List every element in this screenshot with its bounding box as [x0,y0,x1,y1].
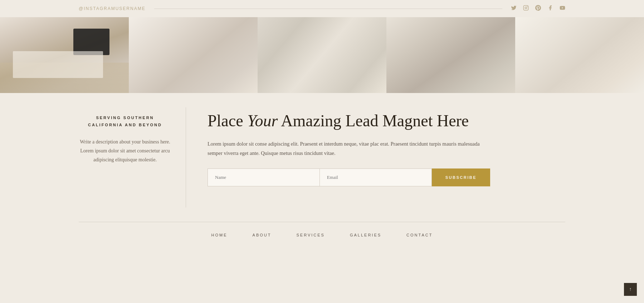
nav-galleries[interactable]: GALLERIES [350,233,381,237]
lead-magnet-title-plain: Place [208,112,247,130]
top-divider [154,9,502,9]
social-icons [511,5,565,12]
scroll-top-arrow: ↑ [629,287,632,292]
photo-strip [0,17,644,93]
pinterest-icon[interactable] [535,5,541,12]
nav-services[interactable]: SERVICES [296,233,325,237]
lead-magnet-title-rest: Amazing Lead Magnet Here [278,112,469,130]
left-panel: SERVING SOUTHERNCALIFORNIA AND BEYOND Wr… [79,107,186,207]
name-input[interactable] [208,168,319,186]
photo-desk-books [515,17,644,93]
nav-contact[interactable]: CONTACT [406,233,433,237]
instagram-icon[interactable] [523,5,529,12]
content-section: SERVING SOUTHERNCALIFORNIA AND BEYOND Wr… [0,107,644,207]
facebook-icon[interactable] [547,5,553,12]
svg-point-2 [527,6,528,7]
top-bar: @INSTAGRAMUSERNAME [0,0,644,17]
footer-nav: HOME ABOUT SERVICES GALLERIES CONTACT [0,222,644,244]
svg-rect-0 [523,5,528,10]
photo-desk-workspace [0,17,129,93]
lead-magnet-title: Place Your Amazing Lead Magnet Here [208,111,565,131]
photo-hat-wine [129,17,258,93]
email-input[interactable] [319,168,432,186]
photo-woman-coffee [386,17,515,93]
scroll-to-top-button[interactable]: ↑ [624,283,637,296]
photo-notebook-glasses [258,17,386,93]
subscribe-form: SUBSCRIBE [208,168,490,186]
location-title: SERVING SOUTHERNCALIFORNIA AND BEYOND [88,114,162,129]
nav-home[interactable]: HOME [211,233,228,237]
right-panel: Place Your Amazing Lead Magnet Here Lore… [186,107,565,207]
business-description: Write a description about your business … [79,137,171,165]
lead-magnet-description: Lorem ipsum dolor sit conse adipiscing e… [208,139,483,158]
nav-about[interactable]: ABOUT [253,233,272,237]
svg-point-1 [525,7,527,9]
instagram-handle[interactable]: @INSTAGRAMUSERNAME [79,6,146,11]
lead-magnet-title-italic: Your [247,112,278,130]
youtube-icon[interactable] [560,5,565,12]
twitter-icon[interactable] [511,5,517,12]
subscribe-button[interactable]: SUBSCRIBE [432,168,490,186]
